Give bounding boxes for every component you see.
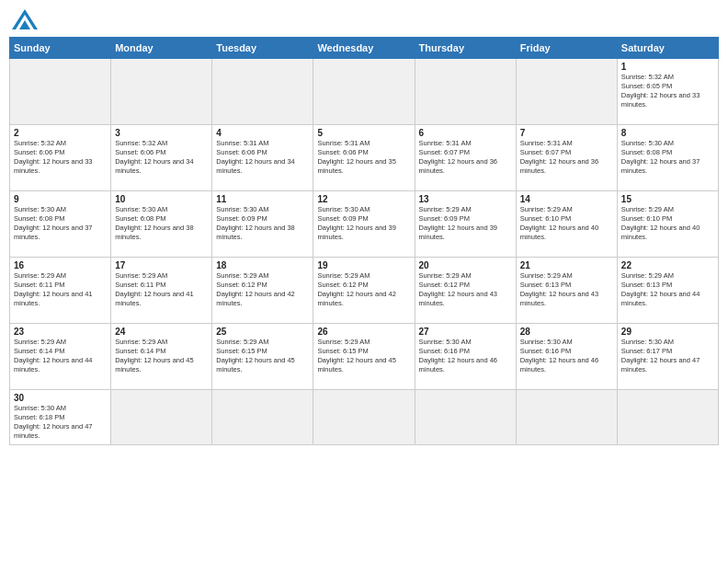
calendar-cell [415, 59, 516, 125]
calendar-cell: 14Sunrise: 5:29 AMSunset: 6:10 PMDayligh… [516, 191, 617, 258]
calendar-cell: 28Sunrise: 5:30 AMSunset: 6:16 PMDayligh… [516, 324, 617, 390]
day-info: Sunrise: 5:32 AMSunset: 6:05 PMDaylight:… [621, 73, 714, 110]
day-number: 18 [216, 260, 309, 270]
calendar-cell [516, 390, 617, 445]
day-info: Sunrise: 5:29 AMSunset: 6:14 PMDaylight:… [115, 338, 208, 375]
calendar-cell: 22Sunrise: 5:29 AMSunset: 6:13 PMDayligh… [617, 258, 718, 324]
calendar-cell: 6Sunrise: 5:31 AMSunset: 6:07 PMDaylight… [415, 125, 516, 191]
day-info: Sunrise: 5:30 AMSunset: 6:18 PMDaylight:… [14, 404, 107, 442]
day-info: Sunrise: 5:30 AMSunset: 6:16 PMDaylight:… [520, 338, 613, 375]
day-number: 17 [115, 260, 208, 270]
day-info: Sunrise: 5:29 AMSunset: 6:10 PMDaylight:… [621, 205, 714, 243]
calendar-cell: 12Sunrise: 5:30 AMSunset: 6:09 PMDayligh… [313, 191, 415, 258]
day-info: Sunrise: 5:29 AMSunset: 6:12 PMDaylight:… [419, 271, 512, 309]
day-number: 19 [317, 260, 410, 270]
day-number: 30 [14, 393, 107, 403]
day-info: Sunrise: 5:29 AMSunset: 6:11 PMDaylight:… [14, 271, 107, 309]
day-number: 2 [14, 128, 107, 138]
day-number: 4 [216, 128, 309, 138]
calendar-cell: 27Sunrise: 5:30 AMSunset: 6:16 PMDayligh… [415, 324, 516, 390]
day-number: 1 [621, 62, 714, 72]
calendar-cell: 24Sunrise: 5:29 AMSunset: 6:14 PMDayligh… [111, 324, 212, 390]
calendar-cell: 5Sunrise: 5:31 AMSunset: 6:06 PMDaylight… [313, 125, 415, 191]
day-number: 21 [520, 260, 613, 270]
day-number: 22 [621, 260, 714, 270]
weekday-header-saturday: Saturday [617, 38, 718, 59]
weekday-header-sunday: Sunday [10, 38, 111, 59]
calendar-week-2: 2Sunrise: 5:32 AMSunset: 6:06 PMDaylight… [10, 125, 719, 191]
calendar-cell: 11Sunrise: 5:30 AMSunset: 6:09 PMDayligh… [212, 191, 313, 258]
day-number: 25 [216, 327, 309, 337]
calendar-week-1: 1Sunrise: 5:32 AMSunset: 6:05 PMDaylight… [10, 59, 719, 125]
day-info: Sunrise: 5:29 AMSunset: 6:10 PMDaylight:… [520, 205, 613, 243]
calendar-cell [212, 390, 313, 445]
calendar-week-5: 23Sunrise: 5:29 AMSunset: 6:14 PMDayligh… [10, 324, 719, 390]
weekday-header-wednesday: Wednesday [313, 38, 415, 59]
weekday-header-friday: Friday [516, 38, 617, 59]
logo [9, 9, 38, 29]
calendar-cell: 3Sunrise: 5:32 AMSunset: 6:06 PMDaylight… [111, 125, 212, 191]
day-number: 24 [115, 327, 208, 337]
day-info: Sunrise: 5:29 AMSunset: 6:12 PMDaylight:… [317, 271, 410, 309]
day-number: 10 [115, 194, 208, 204]
day-info: Sunrise: 5:30 AMSunset: 6:08 PMDaylight:… [14, 205, 107, 243]
calendar-cell: 1Sunrise: 5:32 AMSunset: 6:05 PMDaylight… [617, 59, 718, 125]
day-info: Sunrise: 5:31 AMSunset: 6:06 PMDaylight:… [216, 139, 309, 177]
calendar-cell [516, 59, 617, 125]
calendar-cell: 9Sunrise: 5:30 AMSunset: 6:08 PMDaylight… [10, 191, 111, 258]
logo-icon [12, 9, 38, 29]
weekday-header-row: SundayMondayTuesdayWednesdayThursdayFrid… [10, 38, 719, 59]
day-number: 15 [621, 194, 714, 204]
weekday-header-thursday: Thursday [415, 38, 516, 59]
calendar-week-3: 9Sunrise: 5:30 AMSunset: 6:08 PMDaylight… [10, 191, 719, 258]
day-info: Sunrise: 5:29 AMSunset: 6:09 PMDaylight:… [419, 205, 512, 243]
day-info: Sunrise: 5:31 AMSunset: 6:07 PMDaylight:… [419, 139, 512, 177]
day-number: 16 [14, 260, 107, 270]
calendar-cell: 10Sunrise: 5:30 AMSunset: 6:08 PMDayligh… [111, 191, 212, 258]
page: SundayMondayTuesdayWednesdayThursdayFrid… [0, 0, 728, 563]
calendar-week-4: 16Sunrise: 5:29 AMSunset: 6:11 PMDayligh… [10, 258, 719, 324]
day-number: 23 [14, 327, 107, 337]
calendar-cell: 30Sunrise: 5:30 AMSunset: 6:18 PMDayligh… [10, 390, 111, 445]
header [9, 9, 719, 29]
calendar-cell [415, 390, 516, 445]
day-number: 3 [115, 128, 208, 138]
day-number: 11 [216, 194, 309, 204]
day-info: Sunrise: 5:30 AMSunset: 6:08 PMDaylight:… [621, 139, 714, 177]
day-number: 14 [520, 194, 613, 204]
calendar-cell: 8Sunrise: 5:30 AMSunset: 6:08 PMDaylight… [617, 125, 718, 191]
calendar: SundayMondayTuesdayWednesdayThursdayFrid… [9, 37, 719, 445]
calendar-cell: 18Sunrise: 5:29 AMSunset: 6:12 PMDayligh… [212, 258, 313, 324]
day-number: 8 [621, 128, 714, 138]
calendar-cell [313, 390, 415, 445]
calendar-cell [111, 390, 212, 445]
calendar-cell [111, 59, 212, 125]
calendar-cell: 17Sunrise: 5:29 AMSunset: 6:11 PMDayligh… [111, 258, 212, 324]
calendar-cell: 15Sunrise: 5:29 AMSunset: 6:10 PMDayligh… [617, 191, 718, 258]
day-info: Sunrise: 5:29 AMSunset: 6:13 PMDaylight:… [520, 271, 613, 309]
day-info: Sunrise: 5:29 AMSunset: 6:13 PMDaylight:… [621, 271, 714, 309]
calendar-cell: 25Sunrise: 5:29 AMSunset: 6:15 PMDayligh… [212, 324, 313, 390]
day-number: 26 [317, 327, 410, 337]
day-info: Sunrise: 5:29 AMSunset: 6:15 PMDaylight:… [216, 338, 309, 375]
day-number: 9 [14, 194, 107, 204]
day-info: Sunrise: 5:30 AMSunset: 6:16 PMDaylight:… [419, 338, 512, 375]
day-info: Sunrise: 5:32 AMSunset: 6:06 PMDaylight:… [14, 139, 107, 177]
calendar-cell: 20Sunrise: 5:29 AMSunset: 6:12 PMDayligh… [415, 258, 516, 324]
day-info: Sunrise: 5:31 AMSunset: 6:07 PMDaylight:… [520, 139, 613, 177]
day-info: Sunrise: 5:32 AMSunset: 6:06 PMDaylight:… [115, 139, 208, 177]
weekday-header-monday: Monday [111, 38, 212, 59]
day-number: 20 [419, 260, 512, 270]
calendar-cell: 29Sunrise: 5:30 AMSunset: 6:17 PMDayligh… [617, 324, 718, 390]
day-number: 12 [317, 194, 410, 204]
day-info: Sunrise: 5:30 AMSunset: 6:09 PMDaylight:… [216, 205, 309, 243]
weekday-header-tuesday: Tuesday [212, 38, 313, 59]
day-info: Sunrise: 5:29 AMSunset: 6:12 PMDaylight:… [216, 271, 309, 309]
day-info: Sunrise: 5:30 AMSunset: 6:17 PMDaylight:… [621, 338, 714, 375]
day-number: 7 [520, 128, 613, 138]
calendar-cell [212, 59, 313, 125]
calendar-week-6: 30Sunrise: 5:30 AMSunset: 6:18 PMDayligh… [10, 390, 719, 445]
day-info: Sunrise: 5:29 AMSunset: 6:14 PMDaylight:… [14, 338, 107, 375]
calendar-cell: 21Sunrise: 5:29 AMSunset: 6:13 PMDayligh… [516, 258, 617, 324]
day-info: Sunrise: 5:29 AMSunset: 6:11 PMDaylight:… [115, 271, 208, 309]
